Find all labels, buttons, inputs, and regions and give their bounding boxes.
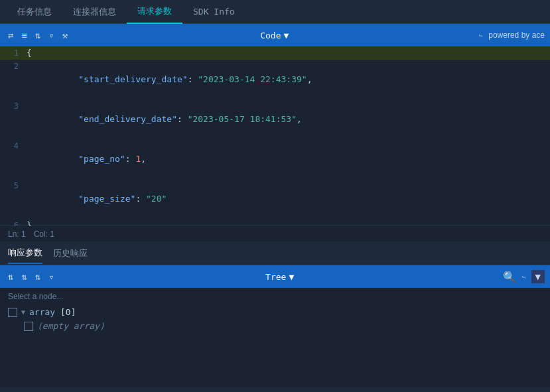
key-5: "page_size" <box>58 194 135 204</box>
line-content-2: "start_delivery_date": "2023-03-14 22:43… <box>24 60 312 99</box>
expand-icon[interactable]: ⇅ <box>19 270 29 283</box>
filter-response-icon[interactable]: ▿ <box>46 270 56 283</box>
top-nav: 任务信息 连接器信息 请求参数 SDK Info <box>0 0 550 24</box>
line-content-4: "page_no": 1, <box>24 139 146 179</box>
line-num-2: 2 <box>0 60 24 73</box>
code-format-arrow: ▼ <box>283 31 289 40</box>
line-num-1: 1 <box>0 46 24 60</box>
indent-left-icon[interactable]: ⇄ <box>5 29 16 42</box>
val-2: "2023-03-14 22:43:39" <box>198 74 307 84</box>
val-3: "2023-05-17 18:41:53" <box>188 114 297 124</box>
collapse-icon[interactable]: ⇅ <box>5 270 16 283</box>
tree-format-dropdown[interactable]: Tree ▼ <box>265 272 294 282</box>
tree-format-arrow: ▼ <box>289 272 294 282</box>
tree-row-1: (empty array) <box>0 319 550 333</box>
settings-icon[interactable]: ⚒ <box>60 29 70 42</box>
tab-connector-info[interactable]: 连接器信息 <box>62 1 127 23</box>
tab-history-response[interactable]: 历史响应 <box>53 243 88 263</box>
line-content-6: } <box>24 219 32 226</box>
line-content-5: "page_size": "20" <box>24 179 167 219</box>
sort-icon[interactable]: ⇅ <box>33 29 43 42</box>
tree-text-0: array [0] <box>29 307 76 317</box>
tab-sdk-info[interactable]: SDK Info <box>182 1 245 22</box>
code-line-1: 1 { <box>0 46 550 60</box>
indent-icon[interactable]: ≡ <box>19 29 29 42</box>
code-line-3: 3 "end_delivery_date": "2023-05-17 18:41… <box>0 99 550 139</box>
tab-task-info[interactable]: 任务信息 <box>7 1 62 23</box>
tab-request-params[interactable]: 请求参数 <box>127 0 182 24</box>
response-toolbar: ⇅ ⇅ ⇅ ▿ Tree ▼ 🔍 ⨫ ▼ <box>0 265 550 288</box>
editor-toolbar: ⇄ ≡ ⇅ ▿ ⚒ Code ▼ ⨫ powered by ace <box>0 24 550 46</box>
response-content[interactable]: Select a node... ▼ array [0] (empty arra… <box>0 288 550 387</box>
tree-box-0[interactable] <box>8 308 17 317</box>
arrow-down-icon[interactable]: ▼ <box>531 270 545 283</box>
code-format-label: Code <box>260 31 281 40</box>
tab-response-params[interactable]: 响应参数 <box>8 243 42 264</box>
code-format-dropdown[interactable]: Code ▼ <box>260 31 289 40</box>
code-line-5: 5 "page_size": "20" <box>0 179 550 219</box>
line-num-4: 4 <box>0 139 24 153</box>
powered-by-label: powered by ace <box>488 31 545 40</box>
line-content-3: "end_delivery_date": "2023-05-17 18:41:5… <box>24 99 302 139</box>
code-editor[interactable]: 1 { 2 "start_delivery_date": "2023-03-14… <box>0 46 550 226</box>
sort-response-icon[interactable]: ⇅ <box>33 270 43 283</box>
bottom-section: 响应参数 历史响应 ⇅ ⇅ ⇅ ▿ Tree ▼ 🔍 ⨫ ▼ Select a … <box>0 241 550 387</box>
code-line-2: 2 "start_delivery_date": "2023-03-14 22:… <box>0 60 550 99</box>
select-node-placeholder: Select a node... <box>0 288 550 305</box>
line-num-3: 3 <box>0 99 24 113</box>
key-3: "end_delivery_date" <box>58 114 177 124</box>
response-tabs: 响应参数 历史响应 <box>0 241 550 265</box>
key-4: "page_no" <box>58 154 125 164</box>
tree-row-0: ▼ array [0] <box>0 305 550 319</box>
line-indicator: Ln: 1 <box>8 229 26 239</box>
tree-box-1[interactable] <box>24 322 33 331</box>
line-num-6: 6 <box>0 219 24 226</box>
col-indicator: Col: 1 <box>34 229 54 239</box>
fullscreen-response-icon[interactable]: ⨫ <box>521 271 526 282</box>
tree-arrow-0: ▼ <box>21 308 25 316</box>
search-icon[interactable]: 🔍 <box>503 271 516 283</box>
tree-empty-text: (empty array) <box>37 321 105 331</box>
line-content-1: { <box>24 46 32 60</box>
line-num-5: 5 <box>0 179 24 192</box>
code-line-4: 4 "page_no": 1, <box>0 139 550 179</box>
val-5: "20" <box>146 194 167 204</box>
status-bar: Ln: 1 Col: 1 <box>0 226 550 241</box>
filter-icon[interactable]: ▿ <box>46 29 56 42</box>
code-line-6: 6 } <box>0 219 550 226</box>
tree-format-label: Tree <box>265 272 286 282</box>
key-2: "start_delivery_date" <box>58 74 188 84</box>
fullscreen-icon[interactable]: ⨫ <box>478 30 483 40</box>
